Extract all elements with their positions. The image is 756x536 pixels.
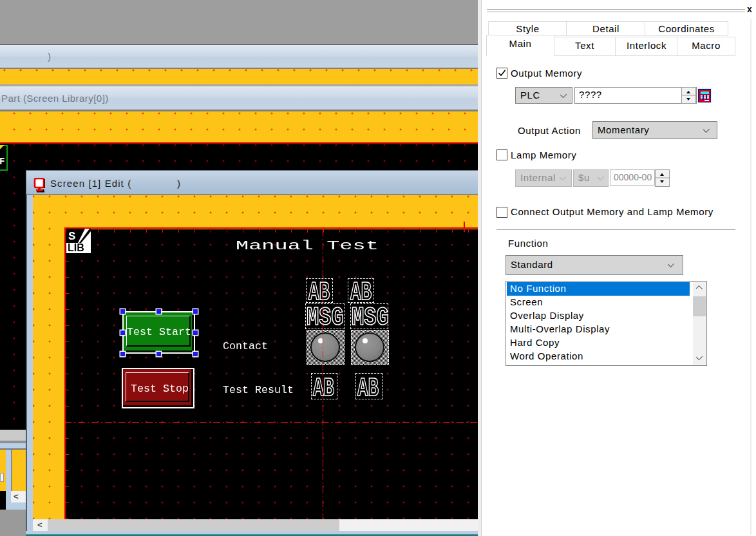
svg-text:S: S <box>68 229 75 244</box>
svg-text:LIB: LIB <box>68 242 84 253</box>
